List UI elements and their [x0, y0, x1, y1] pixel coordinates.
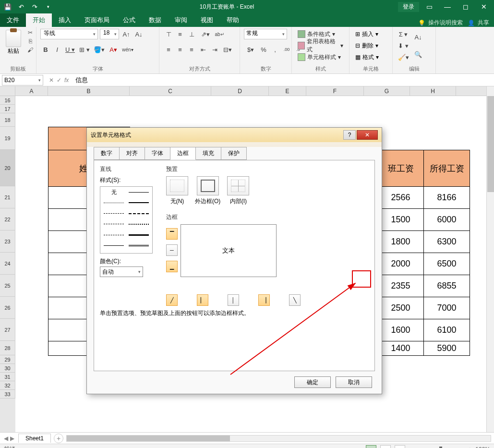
cell[interactable]: 6300 — [424, 231, 470, 253]
row-header[interactable]: 19 — [0, 127, 15, 150]
sheet-tab[interactable]: Sheet1 — [18, 434, 51, 443]
format-painter-icon[interactable]: 🖌 — [26, 46, 35, 54]
font-size-select[interactable]: 18▾ — [100, 29, 119, 39]
phonetic-button[interactable]: wén▾ — [121, 44, 134, 55]
maximize-icon[interactable]: ◻ — [458, 1, 474, 12]
fill-color-button[interactable]: 🪣▾ — [92, 44, 106, 55]
underline-button[interactable]: U ▾ — [63, 44, 77, 55]
cell[interactable]: 1600 — [378, 319, 424, 341]
border-bottom-toggle[interactable]: ▁ — [166, 261, 178, 272]
decrease-font-icon[interactable]: A↓ — [133, 29, 144, 39]
column-header[interactable]: C — [130, 86, 211, 96]
sort-filter-icon[interactable]: A↓ — [413, 29, 423, 45]
border-top-toggle[interactable]: ▔ — [166, 228, 178, 240]
select-all-corner[interactable] — [0, 86, 15, 96]
tab-insert[interactable]: 插入 — [52, 13, 78, 27]
line-color-select[interactable]: 自动▾ — [100, 266, 143, 277]
cell[interactable]: 7000 — [424, 297, 470, 319]
tab-help[interactable]: 帮助 — [220, 13, 246, 27]
copy-icon[interactable]: ⎘ — [26, 37, 35, 45]
line-style-opt[interactable] — [127, 242, 150, 249]
close-icon[interactable]: ✕ — [476, 1, 492, 12]
vertical-scroll-thumb[interactable] — [487, 96, 494, 192]
font-color-button[interactable]: A▾ — [107, 44, 120, 55]
percent-icon[interactable]: % — [258, 44, 269, 55]
row-header[interactable]: 24 — [0, 253, 15, 275]
dialog-tab-fill[interactable]: 填充 — [195, 147, 221, 160]
row-header[interactable]: 31 — [0, 373, 15, 381]
dialog-tab-protect[interactable]: 保护 — [221, 147, 247, 160]
fx-icon[interactable]: fx — [64, 77, 69, 84]
login-button[interactable]: 登录 — [398, 2, 419, 12]
sheet-nav-next-icon[interactable]: ▶ — [10, 435, 14, 442]
line-style-opt[interactable] — [102, 210, 125, 217]
row-header[interactable]: 22 — [0, 208, 15, 230]
orientation-icon[interactable]: ⇗▾ — [199, 29, 212, 39]
line-style-none[interactable]: 无 — [102, 189, 125, 195]
column-header[interactable]: H — [410, 86, 456, 96]
row-header[interactable]: 26 — [0, 297, 15, 319]
tab-layout[interactable]: 页面布局 — [78, 13, 116, 27]
sheet-nav-prev-icon[interactable]: ◀ — [4, 435, 8, 442]
row-header[interactable]: 28 — [0, 341, 15, 355]
find-select-icon[interactable]: 🔍 — [413, 46, 423, 62]
clear-icon[interactable]: 🧹▾ — [397, 52, 410, 62]
bold-button[interactable]: B — [40, 44, 51, 55]
line-style-opt[interactable] — [127, 210, 150, 217]
format-cells-button[interactable]: ▦ 格式 ▾ — [353, 52, 381, 62]
add-sheet-button[interactable]: + — [54, 434, 63, 443]
row-header[interactable]: 16 — [0, 96, 15, 105]
zoom-out-icon[interactable]: − — [409, 446, 412, 448]
cell[interactable]: 6855 — [424, 275, 470, 297]
cell[interactable]: 1800 — [378, 231, 424, 253]
horizontal-scroll-thumb[interactable] — [67, 436, 230, 441]
increase-decimal-icon[interactable]: .00 — [281, 44, 292, 55]
cancel-button[interactable]: 取消 — [336, 376, 372, 388]
row-header[interactable]: 25 — [0, 275, 15, 297]
name-box[interactable]: B20▾ — [2, 75, 43, 85]
dialog-tab-font[interactable]: 字体 — [145, 147, 170, 160]
dialog-tab-align[interactable]: 对齐 — [119, 147, 145, 160]
row-header[interactable]: 18 — [0, 113, 15, 127]
column-header[interactable]: F — [306, 86, 364, 96]
align-right-icon[interactable]: ≡ — [186, 44, 197, 55]
cell[interactable]: 2355 — [378, 275, 424, 297]
border-diag-down-toggle[interactable]: ╲ — [289, 294, 301, 306]
line-style-opt[interactable] — [127, 231, 150, 238]
line-style-opt[interactable] — [102, 199, 125, 206]
row-header[interactable]: 30 — [0, 364, 15, 373]
currency-icon[interactable]: $▾ — [244, 44, 257, 55]
align-left-icon[interactable]: ≡ — [163, 44, 174, 55]
align-middle-icon[interactable]: ≡ — [175, 29, 185, 39]
column-header[interactable]: D — [211, 86, 269, 96]
tab-review[interactable]: 审阅 — [168, 13, 194, 27]
cell[interactable]: 8166 — [424, 187, 470, 209]
line-style-picker[interactable]: 无 — [100, 186, 153, 254]
tab-file[interactable]: 文件 — [0, 13, 26, 27]
align-center-icon[interactable]: ≡ — [175, 44, 185, 55]
tell-me-search[interactable]: 💡 操作说明搜索 — [418, 19, 463, 27]
cell[interactable]: 1400 — [378, 341, 424, 356]
tab-formula[interactable]: 公式 — [116, 13, 142, 27]
align-top-icon[interactable]: ⊤ — [163, 29, 174, 39]
share-button[interactable]: 👤 共享 — [468, 19, 489, 27]
merge-cells-icon[interactable]: ⊟▾ — [221, 44, 234, 55]
delete-cells-button[interactable]: ⊟ 删除 ▾ — [353, 40, 380, 51]
dialog-close-button[interactable]: ✕ — [357, 130, 378, 140]
preset-none-button[interactable]: 无(N) — [166, 176, 188, 206]
autosum-icon[interactable]: Σ ▾ — [397, 29, 410, 39]
enter-formula-icon[interactable]: ✓ — [57, 77, 61, 84]
row-header[interactable]: 27 — [0, 319, 15, 341]
wrap-text-icon[interactable]: ab↵ — [214, 29, 225, 39]
table-format-button[interactable]: 套用表格格式 ▾ — [296, 40, 345, 51]
page-layout-view-icon[interactable] — [380, 445, 391, 448]
row-header[interactable]: 23 — [0, 230, 15, 253]
dialog-tab-border[interactable]: 边框 — [170, 147, 196, 160]
border-right-toggle[interactable]: ▕ — [258, 294, 270, 306]
border-middle-toggle[interactable]: ─ — [166, 244, 178, 256]
increase-font-icon[interactable]: A↑ — [121, 29, 132, 39]
column-header[interactable]: G — [364, 86, 410, 96]
cell[interactable]: 2500 — [378, 297, 424, 319]
border-left-toggle[interactable]: ▏ — [197, 294, 208, 306]
zoom-thumb[interactable] — [439, 447, 442, 448]
